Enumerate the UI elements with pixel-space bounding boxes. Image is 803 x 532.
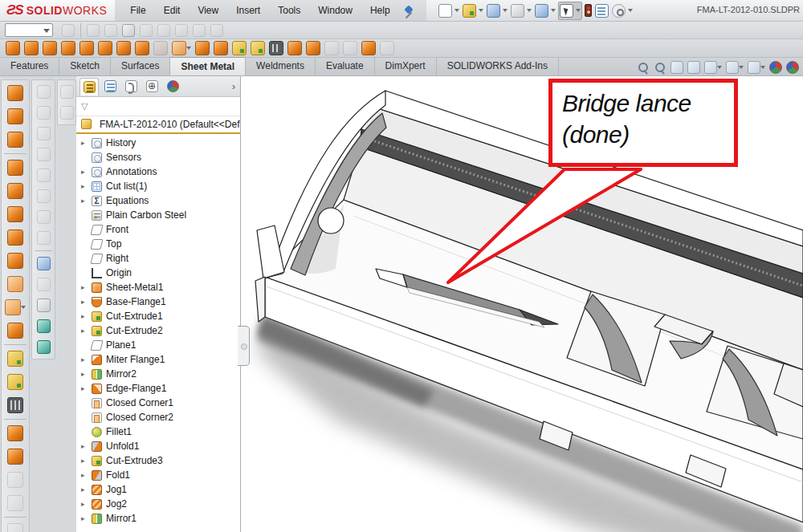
- button-view-orientation[interactable]: [687, 59, 701, 75]
- expand-arrow-icon[interactable]: ▸: [81, 298, 92, 306]
- button-base-flange[interactable]: [5, 39, 21, 57]
- dropdown-arrow-icon[interactable]: [717, 66, 722, 69]
- button-hide-show-items[interactable]: [725, 59, 744, 75]
- tree-item-origin[interactable]: Origin: [76, 266, 240, 280]
- tree-item-front[interactable]: Front: [76, 222, 240, 237]
- tree-item-cut-extrude3[interactable]: ▸Cut-Extrude3: [76, 453, 240, 468]
- button-lofted-bend[interactable]: [42, 39, 58, 57]
- button-apply-scene[interactable]: [785, 59, 800, 75]
- button-format-painter[interactable]: [120, 22, 137, 39]
- tree-root-item[interactable]: FMA-LT-2012-010 (Default<<Default:: [76, 116, 240, 132]
- button-revolved-cut[interactable]: [36, 209, 51, 225]
- button-swept-boss[interactable]: [36, 125, 51, 142]
- tree-item-equations[interactable]: ▸Equations: [76, 193, 240, 208]
- button-library-feature[interactable]: [250, 39, 266, 57]
- button-edge-flange[interactable]: [60, 39, 76, 57]
- button-swept-cut[interactable]: [36, 229, 51, 246]
- expand-arrow-icon[interactable]: ▸: [81, 139, 92, 147]
- expand-arrow-icon[interactable]: ▸: [81, 485, 92, 493]
- tree-item-mirror1[interactable]: ▸Mirror1: [76, 511, 240, 526]
- button-section-view[interactable]: [670, 59, 684, 75]
- button-insert-bends[interactable]: [6, 522, 24, 532]
- button-display-style[interactable]: [703, 59, 723, 75]
- button-view-settings[interactable]: [747, 59, 766, 75]
- dropdown-arrow-icon[interactable]: [186, 47, 191, 50]
- expand-arrow-icon[interactable]: ▸: [81, 168, 92, 176]
- expand-arrow-icon[interactable]: ▸: [81, 355, 92, 363]
- menu-insert[interactable]: Insert: [227, 1, 269, 20]
- button-zoom-to-fit[interactable]: [636, 59, 650, 75]
- button-options-list[interactable]: [594, 2, 609, 19]
- button-extruded-cut[interactable]: [213, 39, 229, 57]
- button-corners[interactable]: [4, 298, 26, 317]
- button-jog[interactable]: [116, 39, 132, 57]
- button-linked-note[interactable]: [102, 22, 120, 39]
- tree-item-edge-flange1[interactable]: ▸Edge-Flange1: [76, 381, 240, 396]
- button-select-cursor[interactable]: [558, 2, 582, 20]
- tree-item-miter-flange1[interactable]: ▸Miter Flange1: [76, 352, 240, 367]
- expand-arrow-icon[interactable]: ▸: [81, 384, 92, 392]
- dropdown-arrow-icon[interactable]: [527, 9, 532, 12]
- button-sketched-bend[interactable]: [6, 251, 24, 270]
- button-surface-finish[interactable]: [173, 22, 190, 39]
- button-edge-flange[interactable]: [6, 158, 24, 177]
- tree-item-plain-carbon-steel[interactable]: Plain Carbon Steel: [76, 208, 240, 222]
- button-extruded-boss[interactable]: [36, 83, 51, 100]
- button-miter-flange[interactable]: [79, 39, 95, 57]
- button-insert-part[interactable]: [36, 318, 51, 335]
- ribbon-tab-weldments[interactable]: Weldments: [246, 57, 316, 75]
- button-insert-bends[interactable]: [379, 39, 395, 57]
- button-no-bends[interactable]: [342, 39, 358, 57]
- tree-item-sheet-metal1[interactable]: ▸Sheet-Metal1: [76, 280, 240, 294]
- button-sketch-picture[interactable]: [36, 276, 51, 293]
- button-hem[interactable]: [97, 39, 113, 57]
- button-rip[interactable]: [361, 39, 377, 57]
- button-geometric-tolerance[interactable]: [208, 22, 226, 39]
- button-forming-tool[interactable]: [194, 39, 210, 57]
- button-mold-tool[interactable]: [59, 104, 75, 121]
- tree-item-cut-extrude2[interactable]: ▸Cut-Extrude2: [76, 323, 240, 338]
- button-unfold[interactable]: [6, 424, 24, 443]
- dropdown-arrow-icon[interactable]: [21, 306, 26, 309]
- button-style-stamp[interactable]: [59, 22, 77, 39]
- button-lofted-boss[interactable]: [36, 146, 51, 163]
- button-assembly-feature[interactable]: [59, 83, 75, 100]
- button-cross-break[interactable]: [153, 39, 169, 57]
- button-hem[interactable]: [6, 205, 24, 224]
- tree-item-fillet1[interactable]: Fillet1: [76, 424, 240, 439]
- expand-arrow-icon[interactable]: ▸: [81, 197, 92, 205]
- ribbon-tab-features[interactable]: Features: [0, 57, 59, 75]
- menu-window[interactable]: Window: [309, 1, 361, 20]
- button-weld-symbol[interactable]: [190, 22, 208, 39]
- expand-arrow-icon[interactable]: ▸: [81, 457, 92, 465]
- button-miter-flange[interactable]: [6, 181, 24, 201]
- tree-item-top[interactable]: Top: [76, 237, 240, 251]
- button-jog[interactable]: [6, 228, 24, 247]
- menu-view[interactable]: View: [189, 1, 227, 20]
- ribbon-tab-sheet-metal[interactable]: Sheet Metal: [170, 57, 246, 75]
- expand-arrow-icon[interactable]: ▸: [81, 500, 92, 508]
- button-rebuild-traffic-light[interactable]: [584, 2, 593, 18]
- button-vent[interactable]: [6, 396, 24, 415]
- button-corners[interactable]: [171, 39, 192, 57]
- button-unfold[interactable]: [287, 39, 303, 57]
- tree-tab-propertymanager-tab-icon[interactable]: [100, 78, 120, 95]
- button-no-bends[interactable]: [6, 493, 24, 513]
- button-new-document[interactable]: [438, 2, 460, 19]
- button-base-flange[interactable]: [6, 83, 24, 103]
- button-boundary-boss[interactable]: [36, 167, 51, 184]
- tree-item-plane1[interactable]: Plane1: [76, 338, 240, 352]
- menu-help[interactable]: Help: [361, 1, 399, 20]
- button-zoom-to-area[interactable]: [653, 59, 667, 75]
- tree-item-right[interactable]: Right: [76, 251, 240, 266]
- tree-item-base-flange1[interactable]: ▸Base-Flange1: [76, 294, 240, 309]
- tree-item-closed-corner2[interactable]: Closed Corner2: [76, 410, 240, 424]
- button-edit-appearance[interactable]: [768, 59, 783, 75]
- tree-tab-displaymanager-tab-icon[interactable]: [163, 78, 182, 95]
- button-save[interactable]: [486, 2, 508, 19]
- tree-tab-configurationmanager-tab-icon[interactable]: [121, 78, 141, 95]
- filter-funnel-icon[interactable]: [81, 101, 88, 112]
- button-revolved-boss[interactable]: [36, 104, 51, 121]
- ribbon-tab-solidworks-add-ins[interactable]: SOLIDWORKS Add-Ins: [437, 57, 559, 75]
- expand-arrow-icon[interactable]: ▸: [81, 283, 92, 291]
